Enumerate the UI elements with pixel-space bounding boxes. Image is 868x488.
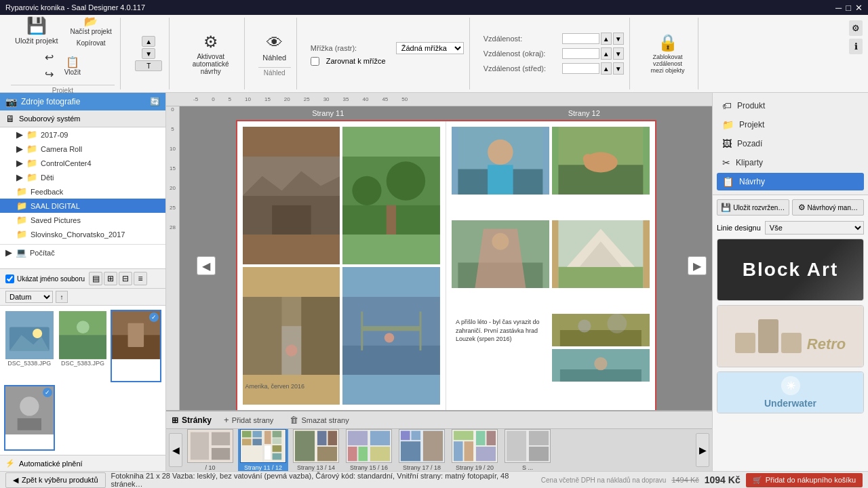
retro-card-img: Retro	[717, 306, 863, 367]
distance-down-btn[interactable]: ▼	[613, 33, 624, 45]
sort-asc-btn[interactable]: ↑	[56, 291, 68, 303]
preview-btn[interactable]: 👁 Náhled	[258, 30, 291, 64]
folder-saved-pictures[interactable]: 📁 Saved Pictures	[0, 213, 165, 227]
page-thumb-13-14[interactable]: Strany 13 / 14	[291, 429, 341, 471]
delete-pages-btn[interactable]: 🗑 Smazat strany	[285, 413, 353, 426]
add-pages-btn[interactable]: + Přidat strany	[220, 413, 277, 426]
design-line-select[interactable]: Vše	[765, 221, 864, 235]
undo-btn[interactable]: ↩	[42, 49, 56, 65]
text-btn[interactable]: T	[135, 60, 162, 71]
folder-feedback[interactable]: 📁 Feedback	[0, 184, 165, 199]
photo-cell-4[interactable]	[342, 267, 440, 405]
distance-up-btn[interactable]: ▲	[601, 33, 612, 45]
pages-scroll-left-btn[interactable]: ◀	[169, 433, 182, 467]
photo-cell-7[interactable]	[452, 220, 549, 288]
nav-next-btn[interactable]: ▶	[688, 256, 707, 275]
page-thumb-10[interactable]: / 10	[185, 429, 235, 471]
retro-square-3	[781, 333, 802, 353]
maximize-btn[interactable]: □	[846, 3, 851, 13]
page-thumb-img-15-16	[346, 429, 392, 463]
photo-cell-6[interactable]	[552, 127, 650, 195]
center-down-btn[interactable]: ▼	[613, 62, 624, 75]
main-layout: 📷 Zdroje fotografie 🔄 🖥 Souborový systém…	[0, 93, 868, 471]
activate-auto-btn[interactable]: ⚙ Aktivovat automatické návrhy	[183, 30, 239, 78]
arrow-down-btn[interactable]: ▼	[142, 48, 155, 59]
add-to-cart-btn[interactable]: 🛒 Přidat do nákupního košíku	[746, 473, 863, 487]
template-block-art[interactable]: Block Art	[717, 239, 864, 301]
save-projekt-btn[interactable]: 💾 Uložit projekt	[11, 14, 62, 47]
settings-btn[interactable]: ⚙	[849, 20, 863, 36]
pozadi-icon: 🖼	[722, 138, 732, 149]
center-up-btn[interactable]: ▲	[601, 62, 612, 75]
margin-up-btn[interactable]: ▲	[601, 47, 612, 60]
detail-view-btn[interactable]: ≡	[134, 272, 147, 285]
photo-cell-1[interactable]	[243, 127, 340, 264]
show-filename-checkbox[interactable]	[5, 274, 14, 283]
page-thumb-19-20[interactable]: Strany 19 / 20	[450, 429, 500, 471]
tab-projekt[interactable]: 📁 Projekt	[717, 116, 864, 134]
template-cards: Block Art Retro	[717, 239, 864, 413]
photo-cell-9[interactable]	[552, 314, 650, 346]
paste-btn[interactable]: 📋 Vložit	[62, 54, 83, 77]
minimize-btn[interactable]: ─	[835, 3, 842, 13]
save-layout-btn[interactable]: 💾 Uložit rozvržen…	[717, 199, 789, 216]
tab-pozadi[interactable]: 🖼 Pozadí	[717, 135, 864, 152]
load-projekt-btn[interactable]: 📂 Načíst projekt	[68, 14, 115, 37]
center-input[interactable]: 0 cm	[562, 63, 599, 74]
template-retro[interactable]: Retro	[717, 305, 864, 367]
right-page-grid: A přišlo léto - byl čas vyrazit do zahra…	[452, 127, 650, 405]
list-view-btn[interactable]: ▤	[89, 272, 102, 285]
photo-sources-header: 📷 Zdroje fotografie 🔄	[0, 93, 165, 110]
copy-btn[interactable]: Kopírovat	[68, 38, 115, 48]
folder-control-center[interactable]: ▶ 📁 ControlCenter4	[0, 156, 165, 170]
page-thumb-17-18[interactable]: Strany 17 / 18	[397, 429, 447, 471]
margin-down-btn[interactable]: ▼	[613, 47, 624, 60]
folder-saal-digital[interactable]: 📁 SAAL DIGITAL	[0, 199, 165, 213]
tab-produkt[interactable]: 🏷 Produkt	[717, 97, 864, 115]
computer-arrow: ▶	[5, 247, 12, 258]
grid-select[interactable]: Žádná mřížka	[396, 42, 464, 54]
redo-btn[interactable]: ↪	[42, 66, 56, 82]
info-btn[interactable]: ℹ	[849, 39, 863, 54]
file-system-tab[interactable]: 🖥 Souborový systém	[0, 110, 165, 127]
folder-2017-09[interactable]: ▶ 📁 2017-09	[0, 127, 165, 142]
refresh-icon[interactable]: 🔄	[150, 97, 160, 106]
template-underwater[interactable]: ☀ Underwater	[717, 371, 864, 413]
status-right: Cena včetně DPH na nákladů na dopravu 14…	[541, 474, 741, 485]
tab-navrhy[interactable]: 📋 Návrhy	[717, 173, 864, 190]
add-icon: +	[224, 415, 229, 425]
folder-camera-roll[interactable]: ▶ 📁 Camera Roll	[0, 142, 165, 156]
svg-rect-46	[558, 267, 643, 288]
distance-input[interactable]: 0 cm	[562, 33, 599, 44]
photo-cell-10[interactable]	[552, 349, 650, 382]
manage-design-btn[interactable]: ⚙ Návrhový man…	[792, 199, 865, 216]
date-sort-select[interactable]: Datum	[5, 291, 53, 303]
page-thumb-15-16[interactable]: Strany 15 / 16	[344, 429, 394, 471]
distance-group: Vzdálenost: 0 cm ▲ ▼ Vzdálenost (okraj):…	[478, 18, 630, 89]
photo-cell-8[interactable]	[552, 220, 650, 288]
svg-rect-36	[488, 165, 513, 195]
pages-scroll-right-btn[interactable]: ▶	[696, 433, 709, 467]
thumb-3[interactable]: ✓	[111, 310, 161, 382]
folder-pocitac[interactable]: ▶ 💻 Počítač	[0, 244, 165, 260]
folder-slovinsko[interactable]: 📁 Slovinsko_Chorvatsko_2017	[0, 227, 165, 241]
thumb-dsc5383[interactable]: DSC_5383.JPG	[58, 310, 108, 382]
tab-kliparty[interactable]: ✂ Kliparty	[717, 154, 864, 171]
arrow-up-btn[interactable]: ▲	[142, 36, 155, 47]
lock-distance-btn[interactable]: 🔒 Zablokovat vzdálenost mezi objekty	[644, 30, 692, 77]
folder-deti[interactable]: ▶ 📁 Děti	[0, 170, 165, 184]
photo-cell-2[interactable]	[342, 127, 440, 264]
underwater-card-img: ☀ Underwater	[717, 372, 863, 413]
large-grid-btn[interactable]: ⊟	[119, 272, 132, 285]
back-to-products-btn[interactable]: ◀ Zpět k výběru produktů	[5, 472, 106, 488]
thumb-dsc5338[interactable]: DSC_5338.JPG	[4, 310, 55, 382]
close-btn[interactable]: ✕	[855, 3, 863, 13]
page-thumb-11-12[interactable]: Strany 11 / 12	[238, 429, 288, 471]
align-checkbox[interactable]	[311, 57, 319, 66]
grid-view-btn[interactable]: ⊞	[104, 272, 117, 285]
photo-cell-5[interactable]	[452, 127, 549, 195]
thumb-4[interactable]: ✓	[4, 385, 55, 451]
page-thumb-more[interactable]: S ...	[502, 429, 553, 471]
margin-input[interactable]: 0 cm	[562, 48, 599, 59]
nav-prev-btn[interactable]: ◀	[197, 256, 216, 275]
